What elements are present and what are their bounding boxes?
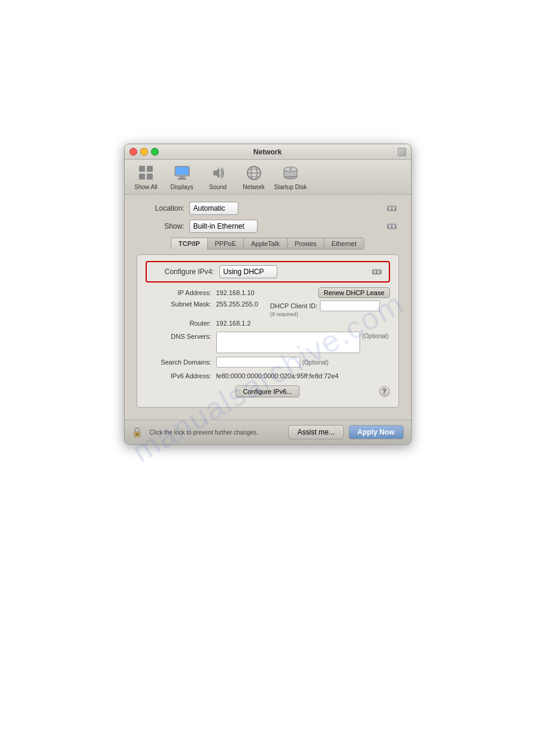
renew-dhcp-button[interactable]: Renew DHCP Lease (318, 287, 389, 298)
tab-appletalk[interactable]: AppleTalk (243, 238, 287, 250)
svg-point-19 (136, 433, 138, 436)
show-all-label: Show All (134, 184, 157, 190)
resize-handle[interactable] (398, 148, 406, 156)
tab-tcpip[interactable]: TCP/IP (171, 238, 207, 250)
search-domains-label: Search Domains: (146, 359, 211, 366)
toolbar-show-all[interactable]: Show All (131, 163, 162, 190)
show-label: Show: (137, 222, 185, 230)
window-controls (129, 148, 159, 156)
dhcp-client-id-input[interactable] (320, 300, 380, 311)
help-button[interactable]: ? (379, 386, 390, 397)
location-select-wrapper: Automatic (189, 202, 399, 215)
ip-address-row: IP Address: 192.168.1.10 Renew DHCP Leas… (146, 287, 390, 298)
displays-icon (173, 163, 192, 183)
svg-point-17 (289, 168, 292, 171)
subnet-mask-label: Subnet Mask: (146, 300, 211, 308)
content-area: Location: Automatic Show: Built-in Ether… (125, 195, 411, 420)
window-title: Network (253, 148, 282, 156)
svg-rect-6 (179, 177, 185, 178)
search-optional: (Optional) (303, 359, 329, 366)
svg-rect-1 (147, 166, 153, 172)
dns-optional: (Optional) (362, 332, 389, 339)
router-row: Router: 192.168.1.2 (146, 320, 390, 327)
assist-me-button[interactable]: Assist me... (288, 425, 343, 439)
show-row: Show: Built-in Ethernet (137, 220, 399, 233)
network-window: Network Show All (124, 144, 412, 445)
dns-servers-row: DNS Servers: (Optional) (146, 332, 390, 353)
dns-servers-label: DNS Servers: (146, 332, 211, 340)
ipv6-address-label: IPv6 Address: (146, 372, 211, 379)
location-row: Location: Automatic (137, 202, 399, 215)
configure-ipv6-button[interactable]: Configure IPv6... (235, 385, 300, 397)
svg-rect-0 (139, 166, 145, 172)
configure-ipv4-select[interactable]: Using DHCP (219, 265, 277, 278)
sound-icon (208, 163, 228, 183)
tab-proxies[interactable]: Proxies (287, 238, 324, 250)
search-domains-row: Search Domains: (Optional) (146, 357, 390, 368)
dhcp-client-id-hint: (If required) (270, 311, 298, 317)
toolbar-network[interactable]: Network (238, 163, 270, 190)
show-select-wrapper: Built-in Ethernet (189, 220, 399, 233)
dns-servers-input[interactable] (216, 332, 360, 353)
toolbar-displays[interactable]: Displays (167, 163, 198, 190)
dhcp-client-id-label: DHCP Client ID: (270, 302, 318, 309)
lock-text: Click the lock to prevent further change… (150, 429, 284, 436)
router-value: 192.168.1.2 (216, 320, 251, 327)
lock-icon[interactable] (132, 426, 143, 438)
network-label: Network (243, 184, 265, 190)
svg-rect-7 (177, 178, 187, 180)
ipv6-address-value: fe80:0000:0000:0000:020a:95ff:fe8d:72e4 (216, 372, 339, 379)
tab-ethernet[interactable]: Ethernet (324, 238, 364, 250)
svg-rect-2 (139, 174, 145, 180)
search-domains-input[interactable] (216, 357, 300, 368)
tab-pppoe[interactable]: PPPoE (207, 238, 243, 250)
ipv6-address-row: IPv6 Address: fe80:0000:0000:0000:020a:9… (146, 372, 390, 379)
configure-ipv4-label: Configure IPv4: (152, 268, 214, 276)
location-label: Location: (137, 204, 185, 212)
displays-label: Displays (171, 184, 194, 190)
maximize-button[interactable] (151, 148, 159, 156)
bottom-bar: Click the lock to prevent further change… (125, 420, 411, 444)
minimize-button[interactable] (140, 148, 148, 156)
title-bar: Network (125, 144, 411, 160)
subnet-dhcp-row: Subnet Mask: 255.255.255.0 DHCP Client I… (146, 300, 390, 317)
startup-disk-icon (281, 163, 300, 183)
show-all-icon (137, 163, 156, 183)
svg-marker-8 (213, 168, 219, 178)
subnet-mask-value: 255.255.255.0 (216, 300, 258, 308)
router-label: Router: (146, 320, 211, 327)
configure-ipv4-row: Configure IPv4: Using DHCP (146, 261, 390, 283)
toolbar-sound[interactable]: Sound (202, 163, 234, 190)
toolbar: Show All Displays (125, 160, 411, 195)
sound-label: Sound (209, 184, 226, 190)
apply-now-button[interactable]: Apply Now (349, 425, 404, 439)
configure-ipv6-row: Configure IPv6... ? (146, 385, 390, 397)
location-select[interactable]: Automatic (189, 202, 238, 215)
toolbar-startup-disk[interactable]: Startup Disk (274, 163, 307, 190)
ip-address-value: 192.168.1.10 (216, 289, 255, 296)
close-button[interactable] (129, 148, 137, 156)
configure-ipv4-select-wrapper: Using DHCP (219, 265, 384, 278)
tab-bar: TCP/IP PPPoE AppleTalk Proxies Ethernet (137, 238, 399, 250)
startup-disk-label: Startup Disk (274, 184, 307, 190)
svg-rect-5 (176, 167, 189, 175)
svg-rect-3 (147, 174, 153, 180)
network-icon (244, 163, 264, 183)
tcpip-panel: Configure IPv4: Using DHCP IP Address: 1… (137, 254, 399, 408)
show-select[interactable]: Built-in Ethernet (189, 220, 258, 233)
ip-address-label: IP Address: (146, 289, 211, 296)
